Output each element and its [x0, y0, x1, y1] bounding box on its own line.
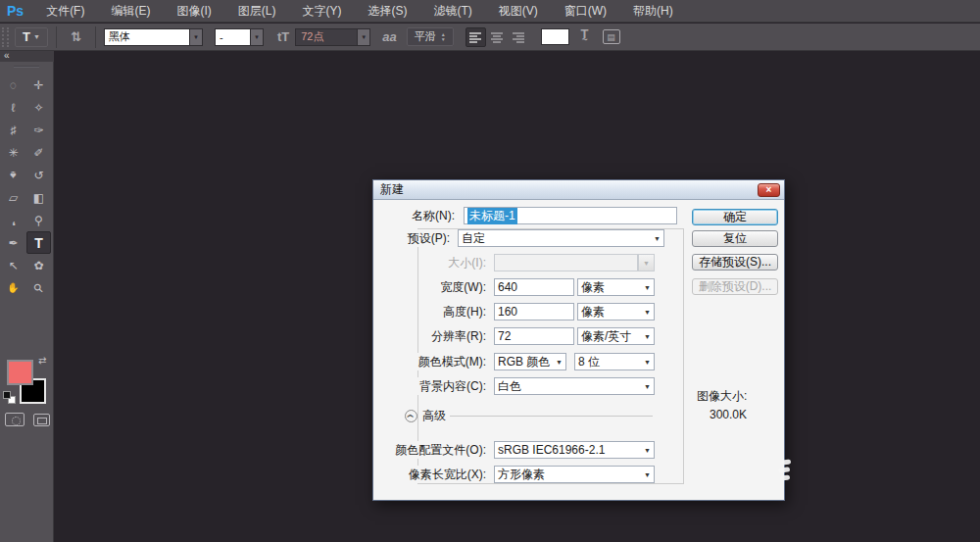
clone-stamp-tool-icon[interactable]: ♠ — [1, 164, 25, 186]
healing-brush-tool-icon[interactable]: ✳ — [1, 141, 25, 164]
save-preset-button-label: 存储预设(S)... — [699, 254, 771, 271]
zoom-tool-icon[interactable]: ⚲ — [26, 276, 51, 299]
text-color-swatch[interactable] — [541, 28, 569, 45]
eraser-tool-icon[interactable]: ▱ — [1, 186, 25, 209]
lasso-tool-icon[interactable]: ℓ — [1, 96, 25, 119]
menu-edit[interactable]: 编辑(E) — [98, 0, 164, 23]
resolution-unit-select[interactable]: 像素/英寸 ▼ — [577, 327, 655, 345]
menu-type[interactable]: 文字(Y) — [289, 0, 355, 23]
resolution-unit-value: 像素/英寸 — [581, 328, 631, 345]
pen-tool-icon[interactable]: ✒ — [1, 231, 25, 254]
magic-wand-tool-icon[interactable]: ✧ — [26, 96, 51, 119]
height-input[interactable]: 160 — [494, 303, 574, 320]
panel-collapse-strip[interactable]: « — [0, 51, 54, 62]
color-profile-select[interactable]: sRGB IEC61966-2.1 ▼ — [494, 441, 655, 459]
align-right-button[interactable] — [509, 27, 529, 47]
foreground-color-swatch[interactable] — [7, 360, 33, 385]
menu-window[interactable]: 窗口(W) — [552, 0, 620, 23]
name-input[interactable]: 未标题-1 — [464, 207, 677, 224]
history-brush-tool-icon[interactable]: ↺ — [26, 164, 51, 186]
close-icon: × — [766, 185, 772, 195]
chevron-down-icon: ▼ — [644, 359, 651, 366]
pixel-aspect-select[interactable]: 方形像素 ▼ — [494, 466, 655, 483]
bit-depth-select[interactable]: 8 位 ▼ — [574, 353, 655, 370]
brush-tool-icon[interactable]: ✐ — [26, 141, 51, 164]
resolution-value: 72 — [498, 329, 511, 343]
warp-text-icon[interactable]: T — [581, 29, 589, 45]
move-tool-icon[interactable]: ✛ — [26, 74, 51, 96]
anti-alias-select[interactable]: 平滑 ▲▼ — [407, 27, 454, 46]
align-center-button[interactable] — [487, 27, 508, 47]
custom-shape-tool-icon[interactable]: ✿ — [26, 254, 51, 276]
panel-bottom-buttons — [0, 413, 54, 426]
menu-help[interactable]: 帮助(H) — [620, 0, 687, 23]
align-left-icon — [468, 31, 482, 43]
crop-tool-icon[interactable]: ♯ — [1, 119, 25, 141]
height-label: 高度(H): — [440, 303, 489, 320]
hand-tool-icon[interactable]: ✋ — [1, 276, 25, 299]
panel-toggle-icon: ▤ — [607, 32, 615, 42]
color-mode-label: 颜色模式(M): — [416, 353, 489, 370]
resolution-label: 分辨率(R): — [428, 327, 489, 345]
separator — [56, 26, 57, 48]
pixel-aspect-label: 像素长宽比(X): — [406, 466, 489, 483]
font-size-input[interactable]: 72点 — [295, 28, 358, 46]
swap-colors-icon[interactable]: ⇄ — [38, 355, 46, 366]
tool-preset-picker[interactable]: T ▼ — [15, 27, 48, 47]
width-input[interactable]: 640 — [494, 278, 574, 296]
dodge-tool-icon[interactable]: ⚲ — [26, 209, 51, 231]
panel-gripper[interactable] — [14, 66, 39, 68]
bit-depth-value: 8 位 — [578, 354, 600, 370]
font-style-select[interactable]: - — [215, 28, 251, 46]
background-contents-label: 背景内容(C): — [416, 377, 489, 395]
ok-button[interactable]: 确定 — [692, 209, 778, 225]
photoshop-logo: Ps — [0, 3, 33, 19]
menu-layer[interactable]: 图层(L) — [225, 0, 290, 23]
toggle-panels-button[interactable]: ▤ — [603, 29, 620, 44]
align-left-button[interactable] — [466, 27, 486, 47]
new-document-dialog: 新建 × 名称(N): 未标题-1 预设(P): 自定 ▼ 大小(I): ▼ 宽… — [372, 179, 785, 501]
background-contents-select[interactable]: 白色 ▼ — [494, 377, 655, 395]
options-gripper — [2, 27, 9, 47]
chevron-down-icon: ▼ — [556, 359, 563, 366]
marquee-tool-icon[interactable]: ◌ — [1, 74, 25, 96]
advanced-toggle-button[interactable]: ❮ — [405, 410, 417, 422]
height-unit-select[interactable]: 像素 ▼ — [577, 303, 655, 320]
blur-tool-icon[interactable]: ❜ — [1, 209, 25, 231]
menu-view[interactable]: 视图(V) — [486, 0, 552, 23]
chevron-down-icon: ▼ — [254, 34, 260, 40]
dialog-titlebar[interactable]: 新建 × — [373, 180, 784, 200]
width-unit-select[interactable]: 像素 ▼ — [577, 278, 655, 296]
menu-image[interactable]: 图像(I) — [164, 0, 224, 23]
close-button[interactable]: × — [758, 183, 780, 197]
chevron-down-icon: ▼ — [644, 284, 651, 291]
menu-file[interactable]: 文件(F) — [33, 0, 98, 23]
gradient-tool-icon[interactable]: ◧ — [26, 186, 51, 209]
chevron-down-icon: ▼ — [654, 235, 661, 242]
menu-filter[interactable]: 滤镜(T) — [420, 0, 485, 23]
menu-select[interactable]: 选择(S) — [355, 0, 420, 23]
text-orientation-icon[interactable]: ⇅ — [71, 29, 81, 44]
save-preset-button[interactable]: 存储预设(S)... — [692, 254, 778, 271]
type-tool-icon-active[interactable]: T — [26, 231, 51, 254]
reset-button[interactable]: 复位 — [692, 230, 778, 247]
eyedropper-tool-icon[interactable]: ✑ — [26, 119, 51, 141]
quick-mask-icon[interactable] — [5, 413, 24, 426]
path-selection-tool-icon[interactable]: ↖ — [1, 254, 25, 276]
font-family-select[interactable]: 黑体 — [104, 28, 190, 46]
screen-mode-icon[interactable] — [33, 414, 50, 426]
font-style-dropdown-button[interactable]: ▼ — [251, 28, 264, 46]
font-size-dropdown-button[interactable]: ▼ — [358, 28, 370, 46]
width-value: 640 — [498, 280, 517, 294]
advanced-divider — [450, 416, 653, 417]
preset-label: 预设(P): — [405, 229, 453, 247]
chevron-up-icon: ❮ — [408, 414, 415, 419]
color-mode-select[interactable]: RGB 颜色 ▼ — [494, 353, 566, 370]
dialog-title: 新建 — [380, 181, 404, 198]
preset-select[interactable]: 自定 ▼ — [458, 229, 664, 247]
resolution-input[interactable]: 72 — [494, 327, 574, 345]
preset-value: 自定 — [462, 230, 485, 247]
font-family-dropdown-button[interactable]: ▼ — [190, 28, 203, 46]
default-colors-icon[interactable] — [3, 391, 16, 404]
chevron-down-icon: ▼ — [644, 333, 651, 340]
